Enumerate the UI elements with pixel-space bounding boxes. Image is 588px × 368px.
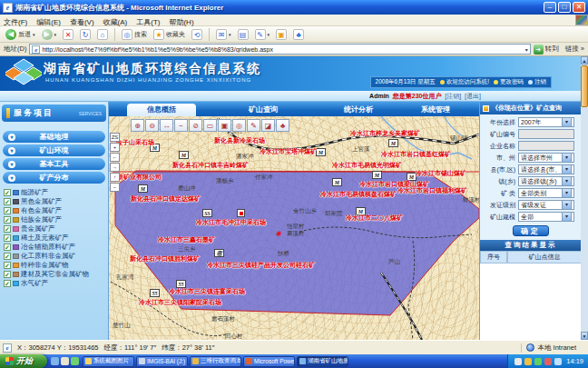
- menu-item-3[interactable]: 收藏(A): [103, 18, 128, 26]
- forward-button[interactable]: ▶▾: [40, 27, 59, 41]
- search-button[interactable]: ◎搜索: [120, 27, 149, 41]
- tray-printer-icon[interactable]: [514, 358, 522, 365]
- tray-antivirus-icon[interactable]: [534, 358, 542, 365]
- logout-link-2[interactable]: [注销]: [445, 93, 461, 99]
- mine-label[interactable]: 冷水江市毛易镇光明煤矿: [332, 161, 402, 170]
- edit-button[interactable]: ✎▾: [253, 27, 272, 41]
- clear-select-tool[interactable]: ▣: [218, 119, 231, 132]
- pan-tool[interactable]: ↔: [160, 119, 173, 132]
- scrollbar-thumb[interactable]: [581, 65, 588, 107]
- taskbar-window-3[interactable]: Microsoft PowerP...: [243, 356, 295, 367]
- sidebar-group-2[interactable]: ▾基本工具: [3, 158, 105, 170]
- mine-label[interactable]: 冷水江市锡山煤矿: [416, 169, 466, 178]
- mine-marker-dot[interactable]: [237, 209, 245, 217]
- tray-update-icon[interactable]: [524, 358, 532, 365]
- home-button[interactable]: ⌂: [95, 27, 110, 41]
- stop-button[interactable]: ✕: [61, 27, 75, 41]
- address-dropdown-icon[interactable]: ▾: [525, 46, 528, 53]
- layer-checkbox[interactable]: ✓: [4, 216, 11, 224]
- zoom-in-tool[interactable]: ⊕: [131, 119, 144, 132]
- taskbar-window-2[interactable]: 三维行政查询.bmp ...: [190, 356, 241, 367]
- mine-label[interactable]: 新化县石冲口镇胜利煤矿: [130, 254, 200, 264]
- mine-marker-SS[interactable]: SS: [202, 209, 212, 217]
- mine-marker-star[interactable]: ✳: [273, 231, 283, 239]
- tray-volume-icon[interactable]: [554, 358, 562, 365]
- mine-marker-M[interactable]: M: [138, 184, 148, 193]
- change-password-link[interactable]: 更改密码: [494, 78, 524, 86]
- mine-marker-宿[interactable]: 宿: [214, 249, 224, 257]
- layer-checkbox[interactable]: ✓: [4, 198, 11, 205]
- logout-link[interactable]: 注销: [528, 78, 546, 86]
- refresh-button[interactable]: ↻: [78, 27, 93, 41]
- tab-2[interactable]: 统计分析: [324, 104, 393, 116]
- nav-plus[interactable]: +: [110, 143, 120, 152]
- tab-0[interactable]: 信息概括: [127, 104, 196, 116]
- identify-tool[interactable]: ◎: [232, 119, 246, 132]
- mine-label[interactable]: 冷水江市毛易镇棋盘石煤矿: [320, 190, 397, 199]
- mine-label[interactable]: 新化县石冲口镇定达煤矿: [131, 194, 201, 204]
- layer-checkbox[interactable]: ✓: [4, 280, 11, 287]
- sidebar-group-1[interactable]: ▾矿山环境: [3, 144, 105, 156]
- start-button[interactable]: 开始: [0, 354, 47, 368]
- nav-left[interactable]: ←: [110, 153, 120, 162]
- maximize-button[interactable]: □: [558, 2, 571, 13]
- mine-label[interactable]: 冷水江市宝塔冲煤矿: [260, 147, 317, 156]
- mine-label[interactable]: 冷水江市毛冲江中采石场: [196, 218, 266, 227]
- layer-checkbox[interactable]: ✓: [4, 262, 11, 269]
- layer-checkbox[interactable]: ✓: [4, 253, 11, 260]
- erase-tool[interactable]: ◪: [261, 119, 275, 132]
- quick-launch-ie-icon[interactable]: [51, 357, 59, 365]
- mine-label[interactable]: 冷水江市岩口镇基红煤矿: [381, 150, 451, 159]
- mine-marker-M[interactable]: M: [332, 178, 342, 186]
- mine-label[interactable]: 冷水江市梓龙乡吴家煤矿: [350, 129, 420, 138]
- back-button[interactable]: ◀后退▾: [4, 27, 37, 41]
- query-field-select[interactable]: 2007年: [518, 117, 574, 127]
- select-rect-tool[interactable]: ▭: [203, 119, 217, 132]
- scroll-down-icon[interactable]: ▼: [581, 332, 588, 340]
- mine-label[interactable]: 金子山采石场: [116, 138, 154, 147]
- menu-item-5[interactable]: 帮助(H): [169, 18, 193, 26]
- tab-3[interactable]: 系统管理: [401, 104, 470, 116]
- query-field-select[interactable]: 省级发证: [518, 200, 574, 210]
- print-button[interactable]: ▤: [236, 27, 250, 41]
- nav-right[interactable]: →: [110, 163, 120, 172]
- nav-zs[interactable]: ZS: [110, 133, 120, 142]
- favorites-button[interactable]: ★收藏夹: [152, 27, 187, 41]
- tab-1[interactable]: 矿山查询: [229, 104, 298, 116]
- scroll-up-icon[interactable]: ▲: [581, 56, 588, 65]
- close-button[interactable]: ✕: [573, 2, 585, 13]
- taskbar-window-4[interactable]: 湖南省矿山地质环...: [297, 356, 348, 367]
- exit-link[interactable]: [退出]: [465, 93, 481, 99]
- mine-label[interactable]: 冷水江市岩口镇福利煤矿: [397, 186, 467, 195]
- folder-button[interactable]: ▣: [274, 27, 289, 41]
- mine-label[interactable]: 新化县新冷采石场: [214, 136, 265, 145]
- address-input[interactable]: e http://localhost/%e7%9f%bf%e5%b1%b1%e5…: [29, 44, 530, 55]
- go-button[interactable]: ➜ 转到: [534, 45, 559, 55]
- taskbar-window-0[interactable]: 系统截图图片: [83, 356, 134, 367]
- menu-item-2[interactable]: 查看(V): [70, 18, 94, 26]
- sidebar-group-3[interactable]: ▾矿产分布: [3, 172, 105, 184]
- tray-ime-icon[interactable]: [544, 358, 552, 365]
- layer-checkbox[interactable]: ✓: [4, 207, 11, 214]
- mine-marker-M[interactable]: M: [372, 171, 382, 179]
- mine-label[interactable]: 冷水江市三尖镇阳家院采石场: [139, 298, 221, 307]
- nav-up[interactable]: ↑: [110, 173, 120, 182]
- query-submit-button[interactable]: 确定: [513, 225, 549, 236]
- query-field-select[interactable]: 请选择市州: [518, 153, 574, 163]
- menu-item-0[interactable]: 文件(F): [4, 18, 27, 26]
- map-viewport[interactable]: ⊕⊖↔−⊘▭▣◎✎◪♣ ZS+←→↑− 金子山采石场新化县新冷采石场冷水江市宝塔…: [109, 116, 479, 340]
- discuss-button[interactable]: ♣: [291, 27, 306, 41]
- mine-marker-M[interactable]: M: [388, 139, 398, 147]
- query-field-input[interactable]: [518, 129, 574, 139]
- browser-scrollbar[interactable]: ▲ ▼: [581, 56, 588, 340]
- nav-minus[interactable]: −: [110, 183, 120, 192]
- mine-marker-M[interactable]: M: [179, 151, 189, 159]
- layer-checkbox[interactable]: ✓: [4, 234, 11, 242]
- mine-label[interactable]: 新化县石冲口镇丰吉岭煤矿: [172, 161, 249, 170]
- layer-checkbox[interactable]: ✓: [4, 189, 11, 196]
- menu-item-4[interactable]: 工具(T): [136, 18, 160, 26]
- mine-marker-M[interactable]: M: [316, 148, 326, 156]
- measure-tool[interactable]: −: [174, 119, 188, 132]
- query-field-select[interactable]: 全部类别: [518, 188, 574, 198]
- quick-launch-player-icon[interactable]: [71, 357, 79, 365]
